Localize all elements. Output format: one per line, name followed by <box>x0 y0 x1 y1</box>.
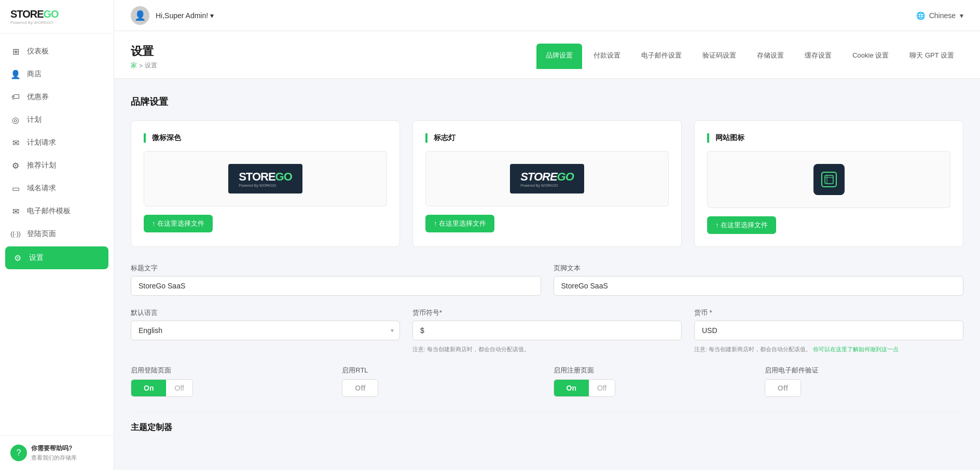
breadcrumb-home[interactable]: 家 <box>131 61 137 70</box>
enable-email-verify-switch[interactable]: Off <box>765 379 801 397</box>
logo-dark-preview: STOREGO Powered By WORKGO <box>144 151 387 206</box>
enable-email-verify-group: 启用电子邮件验证 Off <box>765 366 963 397</box>
title-footer-row: 标题文字 页脚文本 <box>131 264 963 296</box>
lang-currency-row: 默认语言 English Chinese Spanish French Arab… <box>131 308 963 353</box>
plan-request-icon: ✉ <box>10 137 21 148</box>
currency-symbol-input[interactable] <box>412 321 682 340</box>
sidebar: STOREGO Powered By WORKGO ⊞ 仪表板 👤 商店 🏷 优… <box>0 0 114 470</box>
plan-icon: ◎ <box>10 115 21 125</box>
logo-dark-image: STOREGO Powered By WORKGO <box>228 164 302 193</box>
header-left: 👤 Hi,Super Admin! ▾ <box>131 6 214 25</box>
favicon-preview <box>707 151 950 208</box>
section-divider <box>131 411 963 412</box>
tab-cache[interactable]: 缓存设置 <box>795 44 841 69</box>
enable-login-off-button[interactable]: Off <box>166 380 192 396</box>
enable-rtl-switch[interactable]: Off <box>342 379 378 397</box>
upload-favicon-button[interactable]: ↑ 在这里选择文件 <box>707 216 776 234</box>
sidebar-item-login-page[interactable]: ((·)) 登陆页面 <box>0 223 114 245</box>
tab-chatgpt[interactable]: 聊天 GPT 设置 <box>900 44 963 69</box>
sidebar-item-coupon[interactable]: 🏷 优惠券 <box>0 86 114 108</box>
language-label: Chinese <box>929 11 956 20</box>
svg-rect-1 <box>825 175 833 184</box>
logo-subtitle: Powered By WORKGO <box>10 20 59 25</box>
currency-group: 货币 * 注意: 每当创建新商店时，都会自动分配该值。 你可以在这里了解如何做到… <box>694 308 963 353</box>
language-dropdown-arrow-icon: ▾ <box>960 11 963 20</box>
favicon-card-title: 网站图标 <box>707 133 950 143</box>
top-header: 👤 Hi,Super Admin! ▾ 🌐 Chinese ▾ <box>114 0 980 31</box>
enable-login-group: 启用登陆页面 On Off <box>131 366 329 397</box>
currency-label: 货币 * <box>694 308 963 317</box>
logo-dark-card-title: 微标深色 <box>144 133 387 143</box>
sidebar-item-label: 优惠券 <box>27 92 49 102</box>
sidebar-item-label: 登陆页面 <box>27 229 56 239</box>
title-text-label: 标题文字 <box>131 264 541 273</box>
page-title: 设置 <box>131 44 157 59</box>
page-header: 设置 家 > 设置 品牌设置 付款设置 电子邮件设置 验证码设置 存储设置 <box>114 31 980 79</box>
enable-email-verify-label: 启用电子邮件验证 <box>765 366 963 375</box>
currency-symbol-note: 注意: 每当创建新商店时，都会自动分配该值。 <box>412 345 682 353</box>
currency-note-link[interactable]: 你可以在这里了解如何做到这一点 <box>813 346 899 352</box>
help-subtitle: 查看我们的存储库 <box>31 454 77 462</box>
enable-register-switch[interactable]: On Off <box>554 379 616 397</box>
enable-rtl-group: 启用RTL Off <box>342 366 541 397</box>
shop-icon: 👤 <box>10 69 21 79</box>
tab-email[interactable]: 电子邮件设置 <box>632 44 691 69</box>
enable-register-group: 启用注册页面 On Off <box>554 366 752 397</box>
coupon-icon: 🏷 <box>10 92 21 102</box>
logo-area: STOREGO Powered By WORKGO <box>0 0 114 34</box>
tabs-bar: 品牌设置 付款设置 电子邮件设置 验证码设置 存储设置 缓存设置 Cookie … <box>536 44 963 69</box>
user-name: Hi,Super Admin! <box>156 11 208 20</box>
login-icon: ((·)) <box>10 229 21 239</box>
enable-rtl-off-button[interactable]: Off <box>342 380 378 396</box>
tab-payment[interactable]: 付款设置 <box>584 44 630 69</box>
enable-login-switch[interactable]: On Off <box>131 379 193 397</box>
tab-storage[interactable]: 存储设置 <box>748 44 793 69</box>
logo-dark-card: 微标深色 STOREGO Powered By WORKGO ↑ 在这里选择文件 <box>131 120 400 247</box>
default-lang-select-wrap: English Chinese Spanish French Arabic ▾ <box>131 321 400 340</box>
sidebar-item-email-template[interactable]: ✉ 电子邮件模板 <box>0 200 114 223</box>
user-menu[interactable]: Hi,Super Admin! ▾ <box>156 11 214 20</box>
settings-icon: ⚙ <box>12 253 23 263</box>
sidebar-item-referral[interactable]: ⚙ 推荐计划 <box>0 154 114 177</box>
currency-note: 注意: 每当创建新商店时，都会自动分配该值。 你可以在这里了解如何做到这一点 <box>694 345 963 353</box>
breadcrumb-current: 设置 <box>145 61 157 70</box>
logo-light-card: 标志灯 STOREGO Powered By WORKGO ↑ 在这里选择文件 <box>412 120 682 247</box>
upload-light-logo-button[interactable]: ↑ 在这里选择文件 <box>425 215 494 232</box>
svg-rect-0 <box>822 172 836 187</box>
enable-register-off-button[interactable]: Off <box>589 380 615 396</box>
favicon-image <box>813 164 845 195</box>
help-title: 你需要帮助吗? <box>31 444 77 453</box>
footer-text-label: 页脚文本 <box>554 264 964 273</box>
enable-register-on-button[interactable]: On <box>554 380 589 396</box>
enable-email-verify-off-button[interactable]: Off <box>765 380 800 396</box>
default-lang-group: 默认语言 English Chinese Spanish French Arab… <box>131 308 400 353</box>
title-text-group: 标题文字 <box>131 264 541 296</box>
section-title: 品牌设置 <box>131 95 963 108</box>
help-icon: ? <box>10 445 27 461</box>
footer-text-group: 页脚文本 <box>554 264 964 296</box>
sidebar-item-dashboard[interactable]: ⊞ 仪表板 <box>0 40 114 63</box>
sidebar-item-domain[interactable]: ▭ 域名请求 <box>0 177 114 200</box>
favicon-card: 网站图标 ↑ 在这里选择文件 <box>694 120 963 247</box>
currency-input[interactable] <box>694 321 963 340</box>
tab-verification[interactable]: 验证码设置 <box>693 44 746 69</box>
enable-register-label: 启用注册页面 <box>554 366 752 375</box>
sidebar-item-label: 计划 <box>27 115 42 125</box>
footer-text-input[interactable] <box>554 276 964 296</box>
tab-brand[interactable]: 品牌设置 <box>536 44 582 69</box>
sidebar-item-settings[interactable]: ⚙ 设置 <box>5 246 108 269</box>
brand-settings-content: 品牌设置 微标深色 STOREGO Powered By WORKGO <box>114 79 980 452</box>
language-selector[interactable]: 🌐 Chinese ▾ <box>916 11 963 20</box>
breadcrumb: 家 > 设置 <box>131 61 157 70</box>
sidebar-item-plan-request[interactable]: ✉ 计划请求 <box>0 131 114 154</box>
sidebar-item-shop[interactable]: 👤 商店 <box>0 63 114 86</box>
default-lang-select[interactable]: English Chinese Spanish French Arabic <box>131 321 400 340</box>
currency-symbol-group: 货币符号* 注意: 每当创建新商店时，都会自动分配该值。 <box>412 308 682 353</box>
title-text-input[interactable] <box>131 276 541 296</box>
enable-login-on-button[interactable]: On <box>131 380 166 396</box>
sidebar-item-label: 域名请求 <box>27 184 56 193</box>
tab-cookie[interactable]: Cookie 设置 <box>843 44 898 69</box>
toggles-row: 启用登陆页面 On Off 启用RTL Off <box>131 366 963 397</box>
sidebar-item-plan[interactable]: ◎ 计划 <box>0 108 114 131</box>
upload-dark-logo-button[interactable]: ↑ 在这里选择文件 <box>144 215 213 232</box>
